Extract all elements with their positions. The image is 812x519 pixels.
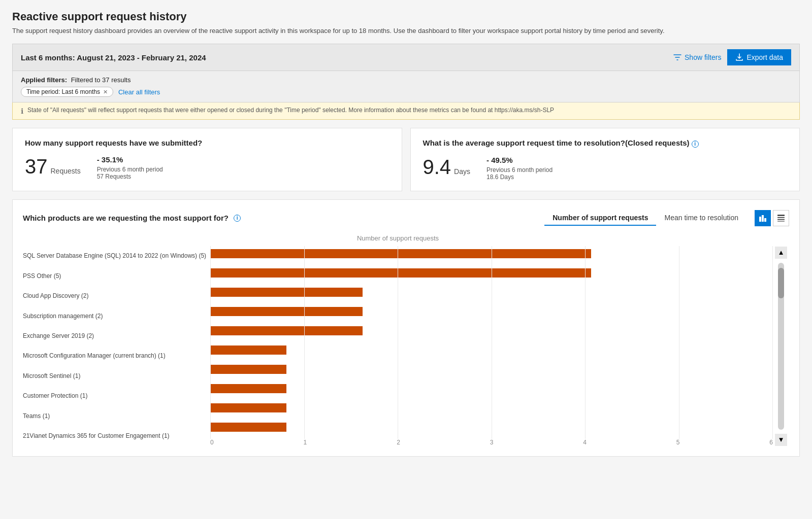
metric-card-1: What is the average support request time… — [410, 128, 800, 191]
chart-bar-row — [210, 400, 773, 416]
clear-all-filters-button[interactable]: Clear all filters — [118, 88, 160, 96]
chart-y-label: Exchange Server 2019 (2) — [23, 326, 206, 345]
chart-y-label: Microsoft Sentinel (1) — [23, 366, 206, 386]
scroll-track[interactable] — [778, 263, 784, 430]
svg-rect-2 — [764, 218, 766, 222]
chart-bar-row — [210, 246, 773, 261]
chart-bar — [210, 249, 591, 258]
metric-unit-1: Days — [454, 167, 470, 176]
metric-info-icon[interactable]: i — [692, 141, 699, 148]
chart-tab-1[interactable]: Mean time to resolution — [656, 211, 746, 226]
chart-x-tick: 1 — [304, 439, 307, 446]
scroll-down-button[interactable]: ▼ — [775, 434, 787, 446]
table-icon — [777, 214, 785, 222]
metric-prev-value-1: 18.6 Days — [486, 174, 553, 181]
chart-x-tick: 2 — [397, 439, 400, 446]
chart-bar-row — [210, 265, 773, 281]
applied-filters-label: Applied filters: — [21, 76, 67, 84]
chart-bar-row — [210, 420, 773, 435]
info-banner-text: State of "All requests" will reflect sup… — [27, 107, 554, 114]
metric-question-0: How many support requests have we submit… — [25, 139, 389, 147]
chart-bar — [210, 423, 286, 432]
chart-bar — [210, 345, 286, 355]
scroll-up-button[interactable]: ▲ — [775, 247, 787, 259]
svg-rect-0 — [759, 217, 761, 222]
chart-y-label: SQL Server Database Engine (SQL) 2014 to… — [23, 246, 206, 265]
chart-section-title: Which products are we requesting the mos… — [23, 214, 229, 222]
filter-icon — [673, 53, 681, 61]
chart-bar-row — [210, 342, 773, 358]
chart-x-tick: 5 — [676, 439, 680, 446]
page-title: Reactive support request history — [12, 10, 800, 23]
svg-rect-3 — [777, 215, 785, 216]
chart-bar — [210, 384, 286, 393]
bar-chart-view-button[interactable] — [755, 210, 771, 226]
svg-rect-5 — [777, 219, 785, 220]
chart-y-label: PSS Other (5) — [23, 266, 206, 286]
time-period-filter-chip[interactable]: Time period: Last 6 months ✕ — [21, 87, 113, 97]
chart-bar-row — [210, 381, 773, 396]
chart-x-tick: 0 — [210, 439, 214, 446]
chart-y-label: Microsoft Configuration Manager (current… — [23, 346, 206, 365]
chart-bar — [210, 326, 363, 335]
metric-number-0: 37 — [25, 155, 48, 178]
metric-prev-value-0: 57 Requests — [97, 173, 163, 180]
svg-rect-4 — [777, 217, 785, 218]
show-filters-button[interactable]: Show filters — [673, 53, 721, 61]
metric-change-1: - 49.5% — [486, 156, 553, 164]
chart-x-tick: 4 — [583, 439, 587, 446]
metric-change-0: - 35.1% — [97, 155, 163, 164]
chart-tab-0[interactable]: Number of support requests — [544, 211, 656, 226]
scroll-thumb — [778, 268, 784, 298]
chip-label: Time period: Last 6 months — [26, 88, 100, 95]
chart-info-icon[interactable]: i — [234, 215, 241, 222]
date-range-label: Last 6 months: August 21, 2023 - Februar… — [21, 53, 206, 62]
svg-rect-1 — [762, 215, 764, 222]
metric-unit-0: Requests — [51, 167, 81, 175]
chart-bar — [210, 403, 286, 412]
metric-card-0: How many support requests have we submit… — [12, 128, 402, 191]
export-data-button[interactable]: Export data — [727, 49, 791, 65]
chart-y-label: Cloud App Discovery (2) — [23, 286, 206, 305]
chart-bar-row — [210, 323, 773, 338]
filter-result-count: Filtered to 37 results — [71, 76, 131, 84]
svg-rect-6 — [777, 221, 785, 222]
chip-close-icon[interactable]: ✕ — [103, 89, 108, 95]
table-view-button[interactable] — [773, 210, 789, 226]
chart-subtitle: Number of support requests — [23, 234, 773, 242]
chart-bar — [210, 288, 363, 297]
chart-y-label: 21Vianet Dynamics 365 for Customer Engag… — [23, 426, 206, 445]
chart-x-tick: 6 — [769, 439, 773, 446]
bar-chart-icon — [759, 214, 767, 222]
chart-bar — [210, 365, 286, 374]
chart-bar — [210, 307, 363, 316]
chart-bar-row — [210, 362, 773, 377]
chart-x-tick: 3 — [490, 439, 494, 446]
export-icon — [735, 53, 743, 61]
chart-bar — [210, 268, 591, 278]
chart-bar-row — [210, 304, 773, 319]
chart-y-label: Subscription management (2) — [23, 306, 206, 326]
metric-number-1: 9.4 — [423, 156, 451, 179]
metric-prev-label-0: Previous 6 month period — [97, 166, 163, 173]
chart-y-label: Customer Protection (1) — [23, 386, 206, 405]
chart-bar-row — [210, 285, 773, 300]
metric-question-1: What is the average support request time… — [423, 139, 788, 148]
page-description: The support request history dashboard pr… — [12, 26, 800, 36]
chart-y-label: Teams (1) — [23, 406, 206, 426]
info-banner-icon: ℹ — [21, 107, 23, 115]
metric-prev-label-1: Previous 6 month period — [486, 166, 553, 174]
